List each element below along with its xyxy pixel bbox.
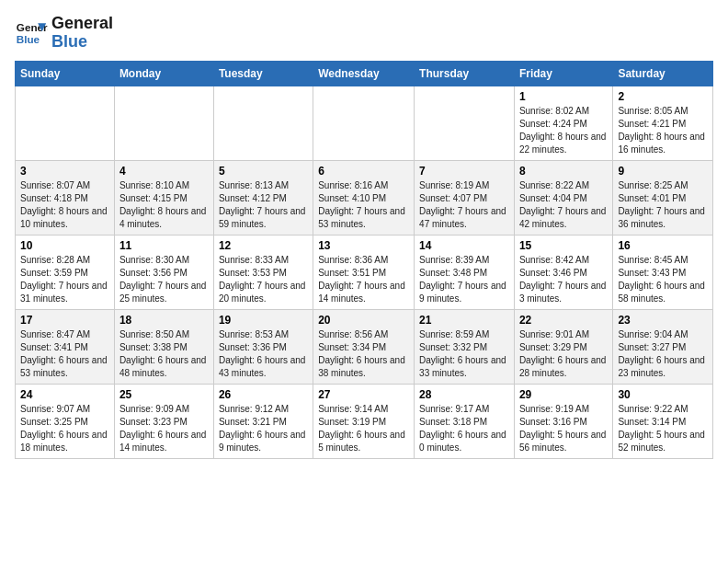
- day-number: 16: [618, 239, 708, 252]
- day-info: Sunrise: 8:42 AM Sunset: 3:46 PM Dayligh…: [519, 254, 608, 305]
- day-info: Sunrise: 8:19 AM Sunset: 4:07 PM Dayligh…: [419, 179, 509, 231]
- day-info: Sunrise: 8:07 AM Sunset: 4:18 PM Dayligh…: [20, 179, 109, 231]
- day-number: 2: [618, 90, 708, 103]
- empty-cell: [415, 86, 515, 160]
- logo-general-text: GeneralBlue: [51, 15, 113, 52]
- day-number: 18: [119, 314, 209, 327]
- day-cell-30: 30Sunrise: 9:22 AM Sunset: 3:14 PM Dayli…: [613, 384, 713, 458]
- day-number: 10: [20, 239, 109, 252]
- day-cell-21: 21Sunrise: 8:59 AM Sunset: 3:32 PM Dayli…: [415, 309, 515, 384]
- day-info: Sunrise: 9:09 AM Sunset: 3:23 PM Dayligh…: [119, 403, 209, 454]
- day-cell-3: 3Sunrise: 8:07 AM Sunset: 4:18 PM Daylig…: [16, 160, 115, 235]
- day-number: 17: [20, 314, 109, 327]
- day-cell-4: 4Sunrise: 8:10 AM Sunset: 4:15 PM Daylig…: [114, 160, 213, 235]
- day-info: Sunrise: 8:25 AM Sunset: 4:01 PM Dayligh…: [618, 179, 708, 231]
- day-info: Sunrise: 8:53 AM Sunset: 3:36 PM Dayligh…: [219, 328, 308, 380]
- day-cell-1: 1Sunrise: 8:02 AM Sunset: 4:24 PM Daylig…: [514, 86, 612, 160]
- day-number: 22: [519, 314, 608, 327]
- week-row-4: 17Sunrise: 8:47 AM Sunset: 3:41 PM Dayli…: [16, 309, 713, 384]
- day-cell-29: 29Sunrise: 9:19 AM Sunset: 3:16 PM Dayli…: [514, 384, 612, 458]
- day-number: 29: [519, 388, 608, 401]
- empty-cell: [213, 86, 313, 160]
- svg-text:Blue: Blue: [17, 33, 40, 45]
- day-cell-18: 18Sunrise: 8:50 AM Sunset: 3:38 PM Dayli…: [114, 309, 213, 384]
- weekday-header-row: SundayMondayTuesdayWednesdayThursdayFrid…: [16, 61, 713, 86]
- day-cell-20: 20Sunrise: 8:56 AM Sunset: 3:34 PM Dayli…: [313, 309, 415, 384]
- day-info: Sunrise: 9:17 AM Sunset: 3:18 PM Dayligh…: [419, 403, 509, 454]
- empty-cell: [313, 86, 415, 160]
- day-number: 8: [519, 165, 608, 178]
- day-cell-23: 23Sunrise: 9:04 AM Sunset: 3:27 PM Dayli…: [613, 309, 713, 384]
- logo-blue-text: Blue: [51, 32, 87, 51]
- weekday-header-saturday: Saturday: [613, 61, 713, 86]
- day-number: 6: [318, 165, 409, 178]
- day-number: 3: [20, 165, 109, 178]
- day-cell-24: 24Sunrise: 9:07 AM Sunset: 3:25 PM Dayli…: [16, 384, 115, 458]
- day-cell-25: 25Sunrise: 9:09 AM Sunset: 3:23 PM Dayli…: [114, 384, 213, 458]
- day-number: 14: [419, 239, 509, 252]
- day-number: 19: [219, 314, 308, 327]
- day-number: 20: [318, 314, 409, 327]
- weekday-header-sunday: Sunday: [16, 61, 115, 86]
- weekday-header-monday: Monday: [114, 61, 213, 86]
- day-number: 1: [519, 90, 608, 103]
- day-cell-5: 5Sunrise: 8:13 AM Sunset: 4:12 PM Daylig…: [213, 160, 313, 235]
- logo-icon: General Blue: [15, 17, 48, 50]
- day-number: 23: [618, 314, 708, 327]
- weekday-header-thursday: Thursday: [415, 61, 515, 86]
- day-info: Sunrise: 9:07 AM Sunset: 3:25 PM Dayligh…: [20, 403, 109, 454]
- day-cell-6: 6Sunrise: 8:16 AM Sunset: 4:10 PM Daylig…: [313, 160, 415, 235]
- day-info: Sunrise: 9:01 AM Sunset: 3:29 PM Dayligh…: [519, 328, 608, 380]
- day-info: Sunrise: 8:39 AM Sunset: 3:48 PM Dayligh…: [419, 254, 509, 305]
- week-row-5: 24Sunrise: 9:07 AM Sunset: 3:25 PM Dayli…: [16, 384, 713, 458]
- day-number: 28: [419, 388, 509, 401]
- day-cell-26: 26Sunrise: 9:12 AM Sunset: 3:21 PM Dayli…: [213, 384, 313, 458]
- day-info: Sunrise: 8:22 AM Sunset: 4:04 PM Dayligh…: [519, 179, 608, 231]
- weekday-header-wednesday: Wednesday: [313, 61, 415, 86]
- day-number: 15: [519, 239, 608, 252]
- day-info: Sunrise: 9:22 AM Sunset: 3:14 PM Dayligh…: [618, 403, 708, 454]
- day-cell-17: 17Sunrise: 8:47 AM Sunset: 3:41 PM Dayli…: [16, 309, 115, 384]
- day-cell-12: 12Sunrise: 8:33 AM Sunset: 3:53 PM Dayli…: [213, 235, 313, 309]
- day-number: 4: [119, 165, 209, 178]
- day-number: 24: [20, 388, 109, 401]
- empty-cell: [16, 86, 115, 160]
- week-row-3: 10Sunrise: 8:28 AM Sunset: 3:59 PM Dayli…: [16, 235, 713, 309]
- day-info: Sunrise: 8:59 AM Sunset: 3:32 PM Dayligh…: [419, 328, 509, 380]
- day-info: Sunrise: 8:36 AM Sunset: 3:51 PM Dayligh…: [318, 254, 409, 305]
- day-info: Sunrise: 8:16 AM Sunset: 4:10 PM Dayligh…: [318, 179, 409, 231]
- day-number: 21: [419, 314, 509, 327]
- day-number: 9: [618, 165, 708, 178]
- day-cell-28: 28Sunrise: 9:17 AM Sunset: 3:18 PM Dayli…: [415, 384, 515, 458]
- day-cell-10: 10Sunrise: 8:28 AM Sunset: 3:59 PM Dayli…: [16, 235, 115, 309]
- day-cell-22: 22Sunrise: 9:01 AM Sunset: 3:29 PM Dayli…: [514, 309, 612, 384]
- week-row-1: 1Sunrise: 8:02 AM Sunset: 4:24 PM Daylig…: [16, 86, 713, 160]
- week-row-2: 3Sunrise: 8:07 AM Sunset: 4:18 PM Daylig…: [16, 160, 713, 235]
- weekday-header-tuesday: Tuesday: [213, 61, 313, 86]
- day-cell-14: 14Sunrise: 8:39 AM Sunset: 3:48 PM Dayli…: [415, 235, 515, 309]
- day-info: Sunrise: 8:56 AM Sunset: 3:34 PM Dayligh…: [318, 328, 409, 380]
- empty-cell: [114, 86, 213, 160]
- day-info: Sunrise: 9:14 AM Sunset: 3:19 PM Dayligh…: [318, 403, 409, 454]
- day-number: 26: [219, 388, 308, 401]
- day-cell-13: 13Sunrise: 8:36 AM Sunset: 3:51 PM Dayli…: [313, 235, 415, 309]
- day-cell-9: 9Sunrise: 8:25 AM Sunset: 4:01 PM Daylig…: [613, 160, 713, 235]
- day-info: Sunrise: 9:04 AM Sunset: 3:27 PM Dayligh…: [618, 328, 708, 380]
- day-info: Sunrise: 8:33 AM Sunset: 3:53 PM Dayligh…: [219, 254, 308, 305]
- header: General Blue GeneralBlue: [15, 15, 713, 52]
- day-number: 12: [219, 239, 308, 252]
- day-info: Sunrise: 8:05 AM Sunset: 4:21 PM Dayligh…: [618, 105, 708, 156]
- day-number: 5: [219, 165, 308, 178]
- day-cell-7: 7Sunrise: 8:19 AM Sunset: 4:07 PM Daylig…: [415, 160, 515, 235]
- day-number: 30: [618, 388, 708, 401]
- day-info: Sunrise: 8:30 AM Sunset: 3:56 PM Dayligh…: [119, 254, 209, 305]
- day-info: Sunrise: 8:02 AM Sunset: 4:24 PM Dayligh…: [519, 105, 608, 156]
- day-number: 11: [119, 239, 209, 252]
- day-cell-8: 8Sunrise: 8:22 AM Sunset: 4:04 PM Daylig…: [514, 160, 612, 235]
- day-cell-11: 11Sunrise: 8:30 AM Sunset: 3:56 PM Dayli…: [114, 235, 213, 309]
- day-cell-19: 19Sunrise: 8:53 AM Sunset: 3:36 PM Dayli…: [213, 309, 313, 384]
- logo: General Blue GeneralBlue: [15, 15, 113, 52]
- weekday-header-friday: Friday: [514, 61, 612, 86]
- day-info: Sunrise: 8:28 AM Sunset: 3:59 PM Dayligh…: [20, 254, 109, 305]
- day-cell-16: 16Sunrise: 8:45 AM Sunset: 3:43 PM Dayli…: [613, 235, 713, 309]
